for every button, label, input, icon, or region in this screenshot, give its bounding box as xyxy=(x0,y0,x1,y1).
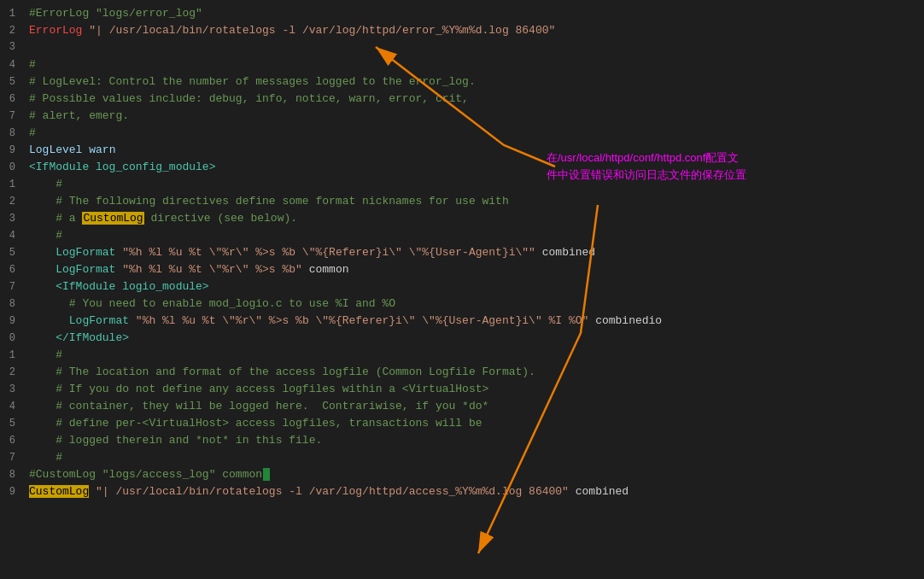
line-3: 3 xyxy=(0,41,924,58)
line-26: 6 # logged therein and *not* in this fil… xyxy=(0,434,924,451)
line-14: 4 # xyxy=(0,229,924,246)
line-2: 2 ErrorLog "| /usr/local/bin/rotatelogs … xyxy=(0,24,924,41)
line-8: 8 # xyxy=(0,126,924,143)
line-4: 4 # xyxy=(0,58,924,75)
line-17: 7 <IfModule logio_module> xyxy=(0,280,924,297)
line-23: 3 # If you do not define any access logf… xyxy=(0,383,924,400)
line-27: 7 # xyxy=(0,451,924,468)
line-21: 1 # xyxy=(0,348,924,366)
line-15: 5 LogFormat "%h %l %u %t \"%r\" %>s %b \… xyxy=(0,246,924,263)
line-29: 9 CustomLog "| /usr/local/bin/rotatelogs… xyxy=(0,485,924,502)
line-7: 7 # alert, emerg. xyxy=(0,109,924,126)
line-28: 8 #CustomLog "logs/access_log" common xyxy=(0,468,924,485)
line-1: 1 #ErrorLog "logs/error_log" xyxy=(0,7,924,24)
line-24: 4 # container, they will be logged here.… xyxy=(0,400,924,417)
line-9: 9 LogLevel warn xyxy=(0,143,924,161)
line-12: 2 # The following directives define some… xyxy=(0,195,924,212)
code-editor: 1 #ErrorLog "logs/error_log" 2 ErrorLog … xyxy=(0,0,924,579)
line-11: 1 # xyxy=(0,178,924,195)
line-25: 5 # define per-<VirtualHost> access logf… xyxy=(0,417,924,434)
line-16: 6 LogFormat "%h %l %u %t \"%r\" %>s %b" … xyxy=(0,263,924,280)
line-10: 0 <IfModule log_config_module> xyxy=(0,161,924,178)
line-6: 6 # Possible values include: debug, info… xyxy=(0,92,924,109)
line-22: 2 # The location and format of the acces… xyxy=(0,366,924,383)
line-20: 0 </IfModule> xyxy=(0,331,924,348)
line-19: 9 LogFormat "%h %l %u %t \"%r\" %>s %b \… xyxy=(0,314,924,331)
line-18: 8 # You need to enable mod_logio.c to us… xyxy=(0,297,924,314)
line-13: 3 # a CustomLog directive (see below). xyxy=(0,212,924,229)
line-5: 5 # LogLevel: Control the number of mess… xyxy=(0,75,924,92)
